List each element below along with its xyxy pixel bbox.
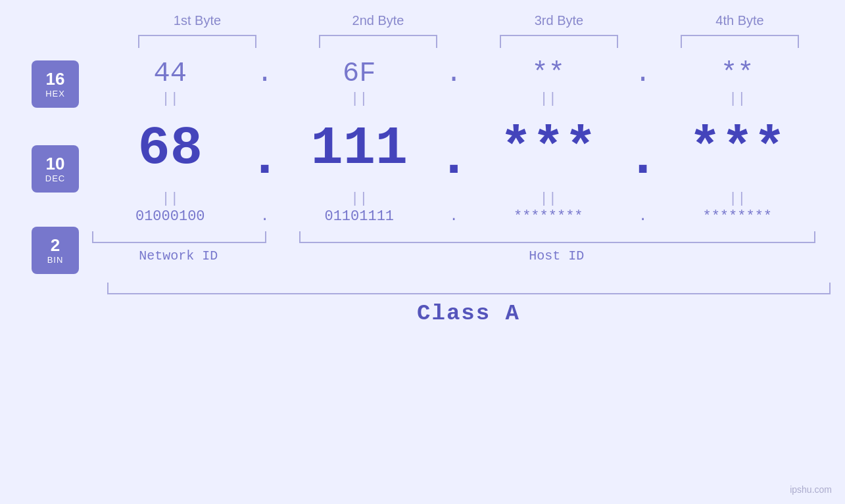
class-label-wrapper: Class A bbox=[107, 301, 831, 326]
data-rows-area: 44 . 6F . ** . ** bbox=[92, 58, 815, 263]
hex-badge-number: 16 bbox=[46, 70, 65, 89]
bracket-3 bbox=[500, 35, 618, 48]
bin-val-3: ******** bbox=[470, 208, 627, 225]
hex-dot-1: . bbox=[249, 58, 281, 89]
main-container: 1st Byte 2nd Byte 3rd Byte 4th Byte 16 H… bbox=[0, 0, 845, 504]
dec-badge-label: DEC bbox=[45, 173, 65, 183]
eq-1-1: || bbox=[92, 91, 249, 107]
badges-column: 16 HEX 10 DEC 2 BIN bbox=[0, 58, 92, 273]
eq-row-2: || || || || bbox=[92, 191, 815, 207]
network-bracket bbox=[92, 231, 266, 243]
hex-val-3: ** bbox=[470, 58, 627, 89]
bin-val-1: 01000100 bbox=[92, 208, 249, 225]
bin-dot-2: . bbox=[437, 208, 470, 225]
dec-badge: 10 DEC bbox=[32, 145, 79, 193]
hex-badge-label: HEX bbox=[45, 89, 65, 99]
bracket-4 bbox=[681, 35, 799, 48]
byte-label-2: 2nd Byte bbox=[306, 13, 450, 28]
eq-row-1: || || || || bbox=[92, 91, 815, 107]
outer-bracket-wrapper bbox=[107, 283, 831, 294]
bottom-brackets bbox=[92, 231, 815, 243]
network-host-section: Network ID Host ID bbox=[92, 231, 815, 263]
content-area: 16 HEX 10 DEC 2 BIN bbox=[0, 58, 845, 273]
byte-labels-row: 1st Byte 2nd Byte 3rd Byte 4th Byte bbox=[107, 13, 831, 28]
dec-dot-1: . bbox=[249, 108, 281, 189]
hex-val-4: ** bbox=[660, 58, 816, 89]
host-bracket bbox=[299, 231, 816, 243]
eq-2-4: || bbox=[660, 191, 816, 207]
dec-val-3: *** bbox=[470, 118, 627, 179]
bottom-labels: Network ID Host ID bbox=[92, 248, 815, 263]
bin-dot-3: . bbox=[627, 208, 660, 225]
dec-badge-wrapper: 10 DEC bbox=[32, 133, 79, 205]
hex-val-1: 44 bbox=[92, 58, 249, 89]
eq-2-2: || bbox=[281, 191, 438, 207]
eq-1-2: || bbox=[281, 91, 438, 107]
dec-row: 68 . 111 . *** . *** bbox=[92, 108, 815, 189]
dec-val-1: 68 bbox=[92, 118, 249, 179]
hex-dot-3: . bbox=[627, 58, 660, 89]
bin-dot-1: . bbox=[249, 208, 281, 225]
bin-val-2: 01101111 bbox=[281, 208, 438, 225]
bracket-1 bbox=[138, 35, 256, 48]
eq-2-3: || bbox=[470, 191, 627, 207]
bin-badge-wrapper: 2 BIN bbox=[32, 227, 79, 273]
eq-1-4: || bbox=[660, 91, 816, 107]
watermark: ipshu.com bbox=[790, 484, 832, 495]
bin-row: 01000100 . 01101111 . ******** . bbox=[92, 208, 815, 225]
host-id-label: Host ID bbox=[298, 248, 816, 263]
label-gap bbox=[265, 248, 298, 263]
bin-badge-label: BIN bbox=[47, 255, 64, 265]
dec-dot-2: . bbox=[437, 108, 470, 189]
byte-label-1: 1st Byte bbox=[125, 13, 270, 28]
eq-2-1: || bbox=[92, 191, 249, 207]
bracket-2 bbox=[319, 35, 437, 48]
top-brackets-row bbox=[107, 35, 831, 48]
dec-val-2: 111 bbox=[281, 118, 438, 179]
bin-badge-number: 2 bbox=[51, 236, 60, 255]
hex-val-2: 6F bbox=[281, 58, 438, 89]
hex-row: 44 . 6F . ** . ** bbox=[92, 58, 815, 89]
hex-dot-2: . bbox=[437, 58, 470, 89]
bin-badge: 2 BIN bbox=[32, 227, 79, 274]
dec-badge-number: 10 bbox=[46, 154, 65, 173]
class-label: Class A bbox=[417, 301, 520, 326]
dec-dot-3: . bbox=[627, 108, 660, 189]
outer-bracket bbox=[107, 283, 831, 294]
hex-badge-wrapper: 16 HEX bbox=[32, 58, 79, 110]
byte-label-4: 4th Byte bbox=[667, 13, 812, 28]
eq-1-3: || bbox=[470, 91, 627, 107]
dec-val-4: *** bbox=[660, 118, 816, 179]
byte-label-3: 3rd Byte bbox=[487, 13, 631, 28]
bin-val-4: ******** bbox=[660, 208, 816, 225]
hex-badge: 16 HEX bbox=[32, 60, 79, 108]
network-id-label: Network ID bbox=[92, 248, 265, 263]
